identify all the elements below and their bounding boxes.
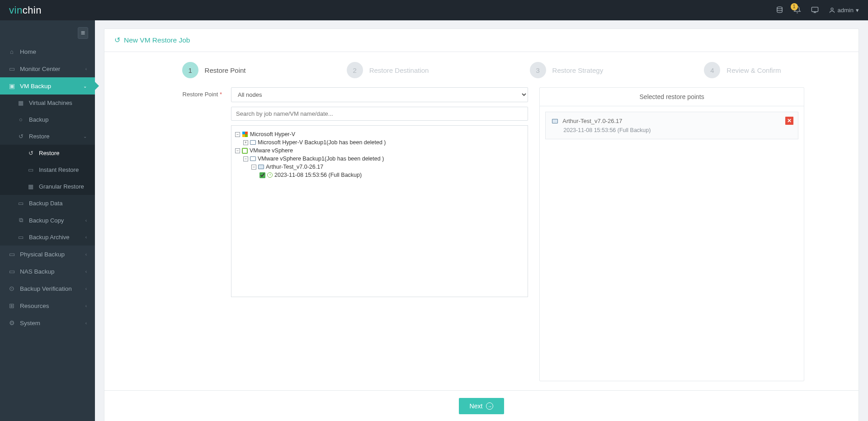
- logo-part1: vin: [9, 5, 23, 16]
- sidebar-item-backup[interactable]: ○Backup: [0, 111, 95, 128]
- vm-small-icon: [258, 165, 264, 169]
- collapse-icon[interactable]: −: [243, 156, 248, 161]
- sidebar-collapse-button[interactable]: ≡: [78, 27, 88, 39]
- expand-icon[interactable]: +: [243, 140, 248, 145]
- step-label: Review & Confirm: [726, 66, 781, 74]
- nav-label: Monitor Center: [20, 66, 60, 72]
- tree-node-vmware[interactable]: − VMware vSphere: [235, 147, 524, 155]
- sidebar-item-system[interactable]: ⚙System‹: [0, 314, 95, 331]
- panel-header: ↺ New VM Restore Job: [104, 29, 859, 52]
- next-button[interactable]: Next →: [459, 398, 505, 414]
- tree-label: VMware vSphere: [250, 147, 293, 154]
- sidebar-item-monitor[interactable]: ▭Monitor Center‹: [0, 60, 95, 77]
- sidebar-item-restore-sub[interactable]: ↺Restore: [0, 145, 95, 161]
- archive-icon: ▭: [17, 234, 24, 241]
- step-3[interactable]: 3 Restore Strategy: [530, 62, 604, 78]
- chevron-left-icon: ‹: [85, 286, 87, 291]
- tree-node-hyperv-job[interactable]: + Microsoft Hyper-V Backup1(Job has been…: [235, 138, 524, 147]
- chevron-left-icon: ‹: [85, 303, 87, 308]
- notification-icon[interactable]: 1: [793, 6, 801, 15]
- node-select[interactable]: All nodes: [231, 87, 528, 102]
- physical-icon: ▭: [8, 251, 15, 258]
- chevron-down-icon: ⌄: [83, 134, 87, 139]
- chevron-left-icon: ‹: [85, 321, 87, 326]
- chevron-down-icon: ▾: [856, 7, 859, 14]
- job-icon: [250, 156, 256, 161]
- tree-node-hyperv[interactable]: − Microsoft Hyper-V: [235, 130, 524, 138]
- verify-icon: ⊙: [8, 285, 15, 292]
- wizard-footer: Next →: [104, 390, 859, 421]
- tree-node-vm[interactable]: − Arthur-Test_v7.0-26.17: [235, 163, 524, 171]
- sidebar-item-vmbackup[interactable]: ▣VM Backup⌄: [0, 77, 95, 95]
- form-label-col: Restore Point *: [159, 87, 222, 381]
- logo: vinchin: [9, 5, 42, 16]
- nav-label: Instant Restore: [39, 166, 79, 173]
- tree-label: Arthur-Test_v7.0-26.17: [266, 164, 323, 170]
- sidebar-item-backup-verification[interactable]: ⊙Backup Verification‹: [0, 280, 95, 297]
- form-control-col: All nodes − Microsoft Hyper-V + Microsof…: [231, 87, 528, 381]
- sidebar: ≡ ⌂Home ▭Monitor Center‹ ▣VM Backup⌄ ▦Vi…: [0, 20, 95, 421]
- user-icon: [829, 7, 835, 14]
- sidebar-item-nas-backup[interactable]: ▭NAS Backup‹: [0, 263, 95, 280]
- user-menu[interactable]: admin ▾: [829, 7, 859, 14]
- chevron-left-icon: ‹: [85, 269, 87, 274]
- selected-point-time: 2023-11-08 15:53:56 (Full Backup): [552, 127, 792, 133]
- step-1[interactable]: 1 Restore Point: [182, 62, 246, 78]
- restore-sub-icon: ↺: [27, 150, 34, 156]
- search-input[interactable]: [231, 107, 528, 121]
- sidebar-item-backup-copy[interactable]: ⧉Backup Copy‹: [0, 212, 95, 229]
- wizard-panel: ↺ New VM Restore Job 1 Restore Point 2 R…: [104, 28, 859, 421]
- home-icon: ⌂: [8, 48, 15, 55]
- selected-point-card: Arthur-Test_v7.0-26.17 2023-11-08 15:53:…: [545, 112, 798, 139]
- tree-label: VMware vSphere Backup1(Job has been dele…: [258, 156, 384, 162]
- logo-part2: chin: [23, 5, 42, 16]
- sidebar-item-backup-data[interactable]: ▭Backup Data: [0, 195, 95, 212]
- chevron-left-icon: ‹: [85, 66, 87, 71]
- gear-icon: ⚙: [8, 319, 15, 326]
- sidebar-toggle-wrap: ≡: [0, 20, 95, 43]
- restore-point-checkbox[interactable]: [259, 172, 265, 178]
- refresh-icon: ↺: [114, 36, 120, 44]
- collapse-icon[interactable]: −: [235, 148, 240, 153]
- sidebar-item-physical-backup[interactable]: ▭Physical Backup‹: [0, 246, 95, 263]
- database-icon[interactable]: [776, 6, 783, 15]
- nav-label: Backup Verification: [20, 285, 72, 292]
- vmware-icon: [242, 148, 248, 154]
- nav-label: Home: [20, 48, 36, 55]
- notification-badge: 1: [791, 3, 798, 10]
- step-2[interactable]: 2 Restore Destination: [347, 62, 429, 78]
- selected-vm-row: Arthur-Test_v7.0-26.17: [552, 118, 792, 124]
- arrow-right-icon: →: [486, 402, 493, 410]
- step-4[interactable]: 4 Review & Confirm: [704, 62, 781, 78]
- list-icon: ▦: [17, 99, 24, 106]
- step-label: Restore Strategy: [552, 66, 604, 74]
- page-title: New VM Restore Job: [124, 36, 190, 44]
- nav-label: VM Backup: [20, 83, 51, 90]
- chevron-left-icon: ‹: [85, 235, 87, 240]
- sidebar-item-backup-archive[interactable]: ▭Backup Archive‹: [0, 229, 95, 246]
- sidebar-item-virtual-machines[interactable]: ▦Virtual Machines: [0, 95, 95, 111]
- sidebar-item-granular-restore[interactable]: ▦Granular Restore: [0, 178, 95, 195]
- monitor-icon[interactable]: [811, 6, 819, 15]
- nav-label: Virtual Machines: [29, 99, 72, 106]
- nav-label: System: [20, 320, 40, 326]
- instant-icon: ▭: [27, 166, 34, 173]
- sidebar-item-resources[interactable]: ⊞Resources‹: [0, 297, 95, 314]
- tree-node-vmware-job[interactable]: − VMware vSphere Backup1(Job has been de…: [235, 155, 524, 163]
- restore-icon: ↺: [17, 133, 24, 140]
- sidebar-item-instant-restore[interactable]: ▭Instant Restore: [0, 161, 95, 178]
- job-icon: [250, 140, 256, 145]
- chevron-left-icon: ‹: [85, 252, 87, 257]
- restore-point-section: Restore Point * All nodes − Microsoft Hy…: [159, 87, 528, 381]
- nav-label: Backup Copy: [29, 217, 64, 224]
- collapse-icon[interactable]: −: [235, 132, 240, 137]
- sidebar-item-home[interactable]: ⌂Home: [0, 43, 95, 60]
- vm-icon: ▣: [8, 82, 15, 90]
- vm-small-icon: [552, 119, 558, 123]
- sidebar-item-restore[interactable]: ↺Restore⌄: [0, 128, 95, 145]
- remove-selection-button[interactable]: ✕: [785, 117, 793, 125]
- tree-label: Microsoft Hyper-V Backup1(Job has been d…: [258, 139, 386, 146]
- user-label: admin: [838, 7, 854, 14]
- tree-node-restore-point[interactable]: 2023-11-08 15:53:56 (Full Backup): [235, 171, 524, 179]
- collapse-icon[interactable]: −: [251, 165, 256, 170]
